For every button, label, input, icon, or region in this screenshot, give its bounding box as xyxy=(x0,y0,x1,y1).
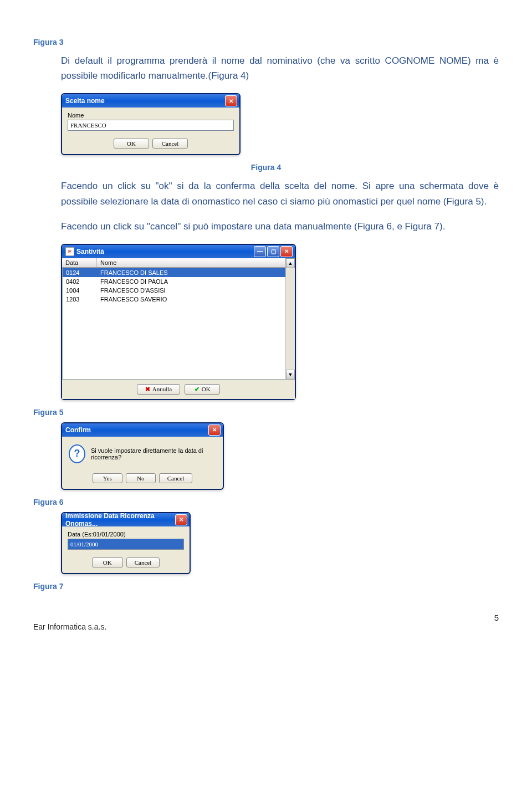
ok-button[interactable]: OK xyxy=(114,139,149,149)
figure-3-caption: Figura 3 xyxy=(33,38,499,47)
figure-7-caption: Figura 7 xyxy=(33,582,499,591)
list-row[interactable]: 1203 FRANCESCO SAVERIO xyxy=(63,295,286,304)
question-icon: ? xyxy=(69,444,85,463)
cancel-button[interactable]: Cancel xyxy=(152,139,188,149)
scroll-up-icon[interactable]: ▲ xyxy=(286,258,295,268)
close-icon[interactable]: ✕ xyxy=(225,95,237,106)
minimize-icon[interactable]: — xyxy=(254,246,266,257)
list-row[interactable]: 0124 FRANCESCO DI SALES xyxy=(63,268,286,277)
close-icon[interactable]: ✕ xyxy=(175,514,187,525)
dialog-immissione-data: Immissione Data Ricorrenza Onomas... ✕ D… xyxy=(61,512,191,574)
confirm-message: Si vuole impostare direttamente la data … xyxy=(91,447,216,461)
page-number: 5 xyxy=(33,613,499,622)
titlebar-confirm[interactable]: Confirm ✕ xyxy=(62,423,223,437)
nome-input[interactable] xyxy=(68,120,234,131)
check-icon: ✔ xyxy=(195,386,200,393)
title-text: Scelta nome xyxy=(65,97,105,105)
scrollbar[interactable]: ▲ ▼ xyxy=(285,258,295,380)
title-text: Santività xyxy=(76,248,104,255)
maximize-icon[interactable]: ▢ xyxy=(267,246,279,257)
data-input[interactable] xyxy=(68,539,184,550)
cancel-button[interactable]: Cancel xyxy=(159,473,193,483)
list-row[interactable]: 0402 FRANCESCO DI PAOLA xyxy=(63,277,286,286)
dialog-confirm: Confirm ✕ ? Si vuole impostare direttame… xyxy=(61,422,224,490)
list-body[interactable]: 0124 FRANCESCO DI SALES 0402 FRANCESCO D… xyxy=(62,268,287,380)
annulla-button[interactable]: ✖ Annulla xyxy=(137,384,180,395)
footer-text: Ear Informatica s.a.s. xyxy=(33,622,499,631)
title-text: Confirm xyxy=(65,426,91,434)
ok-button[interactable]: ✔ OK xyxy=(185,384,220,395)
figure-6-caption: Figura 6 xyxy=(33,498,499,507)
x-icon: ✖ xyxy=(145,386,150,393)
close-icon[interactable]: ✕ xyxy=(208,424,221,436)
scroll-down-icon[interactable]: ▼ xyxy=(286,370,295,380)
paragraph-1: Di default il programma prenderà il nome… xyxy=(61,53,499,83)
figure-5-caption: Figura 5 xyxy=(33,408,499,417)
cancel-button[interactable]: Cancel xyxy=(126,558,160,567)
yes-button[interactable]: Yes xyxy=(93,473,122,483)
col-header-data[interactable]: Data xyxy=(62,258,97,267)
no-button[interactable]: No xyxy=(126,473,156,483)
list-row[interactable]: 1004 FRANCESCO D'ASSISI xyxy=(63,286,286,295)
title-text: Immissione Data Ricorrenza Onomas... xyxy=(65,512,175,528)
app-icon: E xyxy=(65,247,74,256)
titlebar-scelta-nome[interactable]: Scelta nome ✕ xyxy=(62,94,239,108)
dialog-santivita: E Santività — ▢ ✕ Data Nome 0124 xyxy=(61,244,296,400)
close-icon[interactable]: ✕ xyxy=(280,246,293,257)
dialog-scelta-nome: Scelta nome ✕ Nome OK Cancel xyxy=(61,93,241,155)
ok-button[interactable]: OK xyxy=(92,558,123,567)
titlebar-santivita[interactable]: E Santività — ▢ ✕ xyxy=(62,245,295,258)
paragraph-3: Facendo un click su "cancel" si può impo… xyxy=(61,219,499,234)
label-data: Data (Es:01/01/2000) xyxy=(68,531,184,538)
col-header-nome[interactable]: Nome xyxy=(97,258,285,267)
label-nome: Nome xyxy=(68,112,234,119)
paragraph-2: Facendo un click su "ok" si da la confer… xyxy=(61,178,499,208)
figure-4-caption: Figura 4 xyxy=(33,163,499,172)
titlebar-immissione[interactable]: Immissione Data Ricorrenza Onomas... ✕ xyxy=(62,513,190,526)
